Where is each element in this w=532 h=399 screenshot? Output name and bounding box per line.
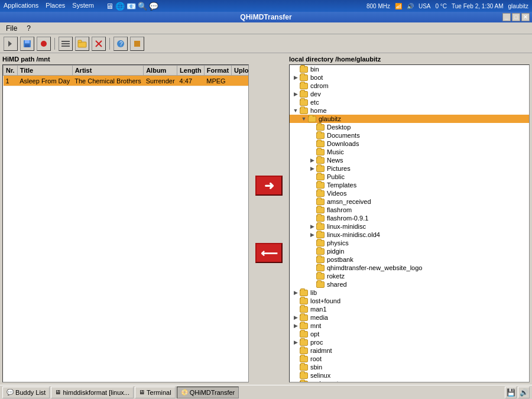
- leaf-spacer: [292, 347, 299, 354]
- expand-icon[interactable]: ▶: [292, 90, 299, 98]
- tree-item-label: Documents: [327, 132, 360, 139]
- list-item[interactable]: Desktop: [290, 123, 529, 131]
- places-menu[interactable]: Places: [46, 2, 65, 11]
- list-item[interactable]: postbank: [290, 255, 529, 264]
- folder-icon: [299, 90, 309, 98]
- svg-rect-7: [61, 46, 70, 47]
- list-item[interactable]: man1: [290, 305, 529, 313]
- tree-item-label: Pictures: [327, 165, 351, 172]
- applications-menu[interactable]: Applications: [4, 2, 38, 11]
- expand-icon[interactable]: ▶: [309, 231, 316, 238]
- tree-container: bin ▶ boot cdrom ▶ dev etc ▼ ho: [290, 65, 529, 382]
- list-item[interactable]: Public: [290, 173, 529, 181]
- list-item[interactable]: ▼ home: [290, 106, 529, 115]
- leaf-spacer: [309, 124, 316, 131]
- list-item[interactable]: ▶ linux-minidisc: [290, 222, 529, 231]
- list-item[interactable]: ▶ linux-minidisc.old4: [290, 231, 529, 239]
- expand-icon[interactable]: ▶: [292, 314, 299, 321]
- expand-icon[interactable]: ▶: [292, 289, 299, 296]
- list-item[interactable]: Music: [290, 148, 529, 156]
- list-item[interactable]: Videos: [290, 189, 529, 197]
- tree-item-label: mnt: [310, 322, 321, 329]
- expand-icon[interactable]: ▶: [292, 322, 299, 329]
- list-item[interactable]: raidmnt: [290, 346, 529, 355]
- open-button[interactable]: [75, 37, 89, 51]
- list-item[interactable]: cdrom: [290, 82, 529, 90]
- taskbar-himdiskformat[interactable]: 🖥 himddiskformat [linux...: [51, 387, 134, 398]
- delete-button[interactable]: [92, 37, 106, 51]
- himd-panel: HiMD path /mnt Nr. Title Artist Album Le…: [0, 53, 251, 385]
- list-item[interactable]: seriesmnt: [290, 379, 529, 382]
- expand-icon[interactable]: ▶: [309, 165, 316, 172]
- file-menu[interactable]: File: [4, 24, 20, 33]
- col-album: Album: [144, 66, 177, 76]
- table-row[interactable]: 1 Asleep From Day The Chemical Brothers …: [4, 76, 249, 86]
- collapse-icon[interactable]: ▼: [300, 115, 307, 122]
- list-item[interactable]: Documents: [290, 131, 529, 140]
- folder-icon: [299, 82, 309, 89]
- main-content: HiMD path /mnt Nr. Title Artist Album Le…: [0, 53, 532, 385]
- close-button[interactable]: ✕: [521, 13, 530, 21]
- list-item[interactable]: sbin: [290, 363, 529, 371]
- list-item[interactable]: ▶ mnt: [290, 322, 529, 330]
- svg-marker-0: [8, 41, 12, 47]
- expand-icon[interactable]: ▶: [309, 223, 316, 230]
- cell-title: Asleep From Day: [17, 76, 72, 86]
- expand-icon[interactable]: ▶: [292, 339, 299, 346]
- taskbar-buddy-list[interactable]: 💬 Buddy List: [2, 387, 50, 398]
- expand-icon[interactable]: ▶: [309, 157, 316, 164]
- maximize-button[interactable]: □: [512, 13, 520, 21]
- taskbar-qhimdtransfer[interactable]: 📀 QHiMDTransfer: [177, 387, 239, 398]
- list-item[interactable]: qhimdtransfer-new_website_logo: [290, 264, 529, 272]
- system-menu[interactable]: System: [72, 2, 94, 11]
- list-item[interactable]: etc: [290, 98, 529, 106]
- folder-icon: [299, 339, 309, 346]
- list-item[interactable]: Downloads: [290, 140, 529, 148]
- transfer-to-himd-button[interactable]: ⟵: [255, 243, 283, 263]
- expand-icon[interactable]: ▶: [292, 74, 299, 81]
- list-item[interactable]: flashrom: [290, 206, 529, 214]
- list-button[interactable]: [59, 37, 73, 51]
- help-button[interactable]: ?: [113, 37, 128, 51]
- col-nr: Nr.: [4, 66, 18, 76]
- list-item[interactable]: amsn_received: [290, 197, 529, 206]
- list-item[interactable]: ▶ boot: [290, 73, 529, 82]
- list-item[interactable]: ▶ media: [290, 313, 529, 322]
- list-item[interactable]: lost+found: [290, 297, 529, 305]
- list-item[interactable]: selinux: [290, 371, 529, 379]
- list-item[interactable]: physics: [290, 239, 529, 247]
- list-item[interactable]: root: [290, 355, 529, 363]
- save-button[interactable]: [20, 37, 34, 51]
- tree-item-label: shared: [327, 281, 347, 288]
- list-item[interactable]: ▶ Pictures: [290, 164, 529, 173]
- taskbar-terminal[interactable]: 🖥 Terminal: [135, 387, 176, 398]
- back-button[interactable]: [4, 37, 18, 51]
- svg-rect-9: [78, 40, 82, 43]
- list-item[interactable]: ▶ News: [290, 156, 529, 164]
- folder-icon: [316, 215, 325, 222]
- transfer-to-local-button[interactable]: ➜: [255, 176, 283, 196]
- list-item[interactable]: ▶ proc: [290, 338, 529, 346]
- collapse-icon[interactable]: ▼: [292, 107, 299, 114]
- svg-rect-14: [134, 41, 140, 47]
- toolbar-separator-1: [54, 38, 55, 50]
- cell-album: Surrender: [144, 76, 177, 86]
- window-controls[interactable]: _ □ ✕: [502, 13, 530, 21]
- minimize-button[interactable]: _: [502, 13, 511, 21]
- list-item[interactable]: ▶ dev: [290, 90, 529, 98]
- list-item[interactable]: roketz: [290, 272, 529, 280]
- record-button[interactable]: [37, 37, 51, 51]
- list-item[interactable]: flashrom-0.9.1: [290, 214, 529, 222]
- leaf-spacer: [309, 206, 316, 213]
- local-tree[interactable]: bin ▶ boot cdrom ▶ dev etc ▼ ho: [289, 64, 530, 382]
- list-item[interactable]: shared: [290, 280, 529, 288]
- list-item[interactable]: Templates: [290, 181, 529, 189]
- list-item[interactable]: opt: [290, 330, 529, 338]
- list-item[interactable]: ▼ glaubitz: [290, 115, 529, 123]
- toolbar-separator-2: [109, 38, 110, 50]
- stop-button[interactable]: [130, 37, 144, 51]
- help-menu[interactable]: ?: [24, 24, 33, 33]
- list-item[interactable]: ▶ lib: [290, 288, 529, 297]
- list-item[interactable]: pidgin: [290, 247, 529, 255]
- list-item[interactable]: bin: [290, 65, 529, 73]
